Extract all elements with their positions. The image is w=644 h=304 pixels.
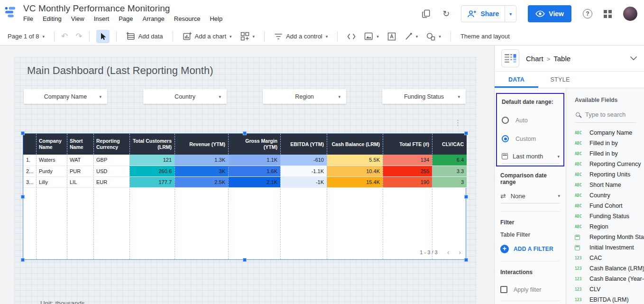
add-control-button[interactable]: Add a control ▾	[271, 30, 331, 43]
field-item[interactable]: CLV	[575, 284, 644, 295]
column-header[interactable]: EBITDA (YTM)	[280, 134, 327, 155]
table-chart-widget[interactable]: Company NameShort NameReporting Currency…	[23, 133, 466, 260]
resize-handle[interactable]	[464, 258, 468, 262]
menu-item[interactable]: File	[23, 15, 33, 22]
add-data-icon	[126, 32, 135, 41]
breadcrumb-separator: >	[547, 55, 551, 63]
field-item[interactable]: Funding Status	[575, 211, 644, 221]
field-item[interactable]: EBITDA (LRM)	[575, 295, 644, 304]
comparison-select[interactable]: ⇄ None ▾	[500, 192, 560, 203]
column-header[interactable]: Revenue (YTM)	[175, 134, 228, 155]
shape-tool-button[interactable]: ▾	[423, 30, 444, 43]
resize-handle[interactable]	[21, 195, 25, 199]
add-filter-button[interactable]: + ADD A FILTER	[500, 245, 560, 253]
units-footnote[interactable]: Unit: thousands	[40, 300, 85, 304]
column-header[interactable]	[23, 134, 36, 155]
field-item[interactable]: Filled in by	[575, 148, 644, 159]
field-search-input[interactable]	[585, 111, 637, 118]
field-item[interactable]: Reporting Month Start...	[575, 232, 644, 242]
filter-dropdown[interactable]: Company Name ▾	[24, 89, 107, 104]
resize-handle[interactable]	[464, 195, 468, 199]
theme-layout-button[interactable]: Theme and layout	[458, 30, 513, 43]
column-header[interactable]: Cash Balance (LRM)	[327, 134, 383, 155]
filter-dropdown[interactable]: Country ▾	[143, 89, 227, 104]
chart-options-icon[interactable]: ⋮	[454, 121, 459, 124]
menu-item[interactable]: View	[71, 15, 84, 22]
chevron-left-icon[interactable]: ‹	[447, 249, 450, 256]
refresh-icon[interactable]: ↻	[442, 9, 450, 18]
column-header[interactable]: Gross Margin (YTM)	[228, 134, 280, 155]
table-cell: Waters	[36, 155, 67, 166]
document-title[interactable]: VC Monthly Performance Monitoring	[23, 3, 222, 14]
menu-item[interactable]: Insert	[94, 15, 110, 22]
field-item[interactable]: Fund Cohort	[575, 201, 644, 211]
undo-icon[interactable]: ↶	[61, 32, 68, 40]
share-button[interactable]: Share	[461, 6, 505, 22]
column-header[interactable]: Short Name	[67, 134, 93, 155]
field-item[interactable]: Reporting Units	[575, 169, 644, 180]
collapse-panel-icon[interactable]	[630, 56, 637, 61]
column-header[interactable]: CLV/CAC	[432, 134, 467, 155]
embed-code-button[interactable]	[344, 30, 359, 43]
table-chart-type-icon[interactable]	[501, 49, 519, 67]
copy-report-icon[interactable]	[422, 9, 431, 18]
edit-toolbar: Page 1 of 8 ▾ ↶ ↷ Add data Add a chart ▾…	[0, 28, 644, 46]
resize-handle[interactable]	[243, 258, 247, 262]
menu-item[interactable]: Resource	[174, 15, 201, 22]
resize-handle[interactable]	[21, 258, 25, 262]
apply-filter-option[interactable]: Apply filter	[500, 286, 560, 293]
report-page[interactable]: Main Dashboard (Last Reporting Month) Co…	[14, 57, 477, 304]
field-item[interactable]: Initial Investment	[575, 242, 644, 253]
add-data-button[interactable]: Add data	[123, 30, 166, 43]
looker-studio-logo[interactable]	[5, 6, 18, 18]
page-selector[interactable]: Page 1 of 8 ▾	[5, 30, 47, 43]
menu-item[interactable]: Page	[119, 15, 133, 22]
filter-dropdown[interactable]: Funding Status ▾	[382, 89, 466, 104]
field-item[interactable]: Filled in by	[575, 138, 644, 148]
field-item[interactable]: Cash Balance (LRM)	[575, 263, 644, 274]
date-range-option-auto[interactable]: Auto	[502, 117, 560, 124]
tab-style[interactable]: STYLE	[538, 72, 582, 88]
radio-icon[interactable]	[502, 135, 509, 142]
field-item[interactable]: Region	[575, 221, 644, 232]
help-icon[interactable]: ?	[583, 9, 592, 18]
radio-icon[interactable]	[502, 117, 509, 124]
menu-item[interactable]: Help	[210, 15, 222, 22]
column-header[interactable]: Total FTE (#)	[383, 134, 432, 155]
field-item[interactable]: Reporting Currency	[575, 159, 644, 169]
breadcrumb-type[interactable]: Table	[553, 55, 570, 63]
line-tool-button[interactable]: ▾	[402, 30, 421, 43]
person-add-icon	[467, 9, 477, 18]
resize-handle[interactable]	[21, 131, 25, 135]
user-avatar[interactable]	[623, 7, 637, 21]
chevron-right-icon[interactable]: ›	[459, 249, 461, 256]
checkbox-icon[interactable]	[500, 286, 507, 293]
redo-icon[interactable]: ↷	[75, 32, 82, 40]
dashboard-title[interactable]: Main Dashboard (Last Reporting Month)	[27, 64, 213, 77]
date-range-option-custom[interactable]: Custom	[502, 135, 560, 142]
resize-handle[interactable]	[243, 131, 247, 135]
share-options-caret[interactable]: ▾	[505, 6, 516, 22]
view-button[interactable]: View	[528, 5, 571, 22]
menu-item[interactable]: Editing	[43, 15, 62, 22]
field-item[interactable]: CAC	[575, 253, 644, 263]
menu-item[interactable]: Arrange	[143, 15, 165, 22]
field-item[interactable]: Short Name	[575, 180, 644, 190]
field-item[interactable]: Country	[575, 190, 644, 201]
apps-grid-icon[interactable]	[604, 10, 612, 18]
field-item[interactable]: Company Name	[575, 128, 644, 138]
field-item[interactable]: Cash Balance (Year-e...	[575, 274, 644, 284]
column-header[interactable]: Company Name	[36, 134, 67, 155]
tab-data[interactable]: DATA	[495, 72, 538, 88]
add-chart-button[interactable]: Add a chart ▾	[180, 30, 235, 43]
column-header[interactable]: Total Customers (LRM)	[129, 134, 175, 155]
column-header[interactable]: Reporting Currency	[93, 134, 129, 155]
select-tool-button[interactable]	[96, 30, 110, 43]
text-box-button[interactable]	[385, 30, 399, 43]
breadcrumb-section[interactable]: Chart	[526, 55, 543, 63]
resize-handle[interactable]	[464, 131, 468, 135]
insert-image-button[interactable]: ▾	[361, 30, 382, 43]
filter-dropdown[interactable]: Region ▾	[263, 89, 346, 104]
date-range-select[interactable]: Last month ▾	[502, 153, 560, 164]
community-visualizations-button[interactable]: ▾	[238, 30, 258, 43]
